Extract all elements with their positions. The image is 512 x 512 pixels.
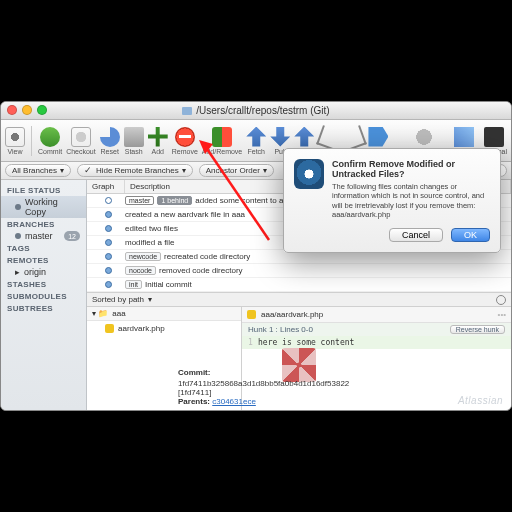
status-modified-icon — [105, 324, 114, 333]
stash-tool[interactable]: Stash — [124, 127, 144, 155]
add-tool[interactable]: Add — [148, 127, 168, 155]
app-window: /Users/crallt/repos/testrm (Git) View Co… — [0, 101, 512, 411]
dialog-body: The following files contain changes or i… — [332, 182, 490, 210]
ok-button[interactable]: OK — [451, 228, 490, 242]
tag-icon — [368, 127, 388, 147]
reset-icon — [100, 127, 120, 147]
file-row[interactable]: aardvark.php — [87, 321, 241, 336]
sort-button[interactable]: Sorted by path — [92, 295, 144, 304]
folder-row[interactable]: ▾ 📁 aaa — [87, 307, 241, 321]
addremove-icon — [212, 127, 232, 147]
remove-tool[interactable]: Remove — [172, 127, 198, 155]
dialog-file-list: aaa/aardvark.php — [332, 210, 490, 219]
cancel-button[interactable]: Cancel — [389, 228, 443, 242]
window-controls — [7, 105, 47, 115]
pull-icon — [270, 127, 290, 147]
reset-tool[interactable]: Reset — [100, 127, 120, 155]
terminal-icon — [484, 127, 504, 147]
brand-watermark: Atlassian — [458, 395, 503, 406]
commit-tool[interactable]: Commit — [38, 127, 62, 155]
window-title-text: /Users/crallt/repos/testrm (Git) — [196, 105, 329, 116]
window-title: /Users/crallt/repos/testrm (Git) — [182, 105, 329, 116]
plus-icon — [148, 127, 168, 147]
finder-icon — [414, 127, 434, 147]
minimize-window-button[interactable] — [22, 105, 32, 115]
sort-bar: Sorted by path▾ — [87, 292, 511, 307]
status-modified-icon — [247, 310, 256, 319]
gitflow-icon — [454, 127, 474, 147]
checkout-tool[interactable]: Checkout — [66, 127, 96, 155]
addremove-tool[interactable]: Add/Remove — [202, 127, 242, 155]
commit-icon — [40, 127, 60, 147]
push-icon — [294, 127, 314, 147]
stash-icon — [124, 127, 144, 147]
ancestor-order-filter[interactable]: Ancestor Order ▾ — [199, 164, 274, 177]
remove-icon — [175, 127, 195, 147]
zoom-window-button[interactable] — [37, 105, 47, 115]
parent-sha-link[interactable]: c304631ece — [212, 397, 256, 406]
commit-details: Commit: 1fd7411b325868a3d1d8bb5fa0b4d1d1… — [178, 366, 321, 406]
branch-icon — [317, 125, 343, 151]
sidebar-item-origin[interactable]: ▸ origin — [1, 266, 86, 278]
diff-menu-icon[interactable]: ••• — [498, 310, 506, 319]
sourcetree-icon — [294, 159, 324, 189]
sidebar-item-master[interactable]: master12 — [1, 230, 86, 242]
fetch-icon — [246, 127, 266, 147]
sidebar-item-working-copy[interactable]: Working Copy — [1, 196, 86, 218]
view-tool[interactable]: View — [5, 127, 25, 155]
fetch-tool[interactable]: Fetch — [246, 127, 266, 155]
sidebar: FILE STATUS Working Copy BRANCHES master… — [1, 180, 87, 410]
folder-icon — [182, 107, 192, 115]
reverse-hunk-button[interactable]: Reverse hunk — [450, 325, 505, 334]
history-row[interactable]: nocoderemoved code directory — [87, 264, 511, 278]
gear-icon[interactable] — [496, 295, 506, 305]
view-icon — [5, 127, 25, 147]
close-window-button[interactable] — [7, 105, 17, 115]
checkout-icon — [71, 127, 91, 147]
all-branches-filter[interactable]: All Branches ▾ — [5, 164, 71, 177]
hide-remote-filter[interactable]: ✓Hide Remote Branches ▾ — [77, 164, 193, 177]
titlebar: /Users/crallt/repos/testrm (Git) — [1, 102, 511, 120]
merge-icon — [342, 125, 368, 151]
confirm-remove-dialog: Confirm Remove Modified or Untracked Fil… — [283, 148, 501, 253]
history-row[interactable]: initInitial commit — [87, 278, 511, 292]
dialog-title: Confirm Remove Modified or Untracked Fil… — [332, 159, 490, 179]
